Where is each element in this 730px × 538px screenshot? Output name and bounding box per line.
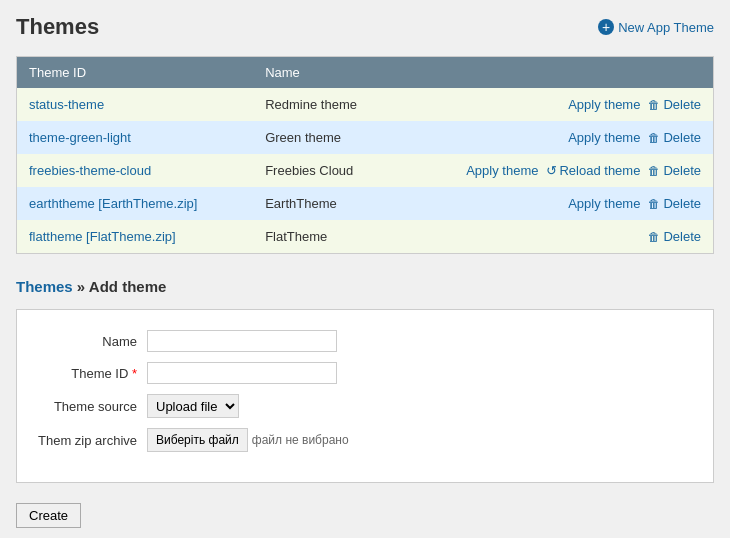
apply-theme-button[interactable]: Apply theme [568,97,640,112]
delete-label: Delete [663,130,701,145]
add-theme-separator: » Add theme [73,278,167,295]
theme-id-link[interactable]: earththeme [EarthTheme.zip] [29,196,197,211]
delete-button[interactable]: 🗑 Delete [648,163,701,178]
name-label: Name [37,334,147,349]
cell-actions: 🗑 Delete [395,220,713,254]
file-name-display: файл не вибрано [252,433,349,447]
cell-theme-id: flattheme [FlatTheme.zip] [17,220,254,254]
form-row-theme-id: Theme ID * [37,362,693,384]
new-app-theme-button[interactable]: + New App Theme [598,19,714,35]
page-title: Themes [16,14,99,40]
action-cell: Apply theme 🗑 Delete [407,130,701,145]
col-actions [395,57,713,89]
table-row: theme-green-light Green theme Apply them… [17,121,714,154]
table-body: status-theme Redmine theme Apply theme 🗑… [17,88,714,254]
theme-source-select[interactable]: Upload file [147,394,239,418]
reload-theme-button[interactable]: ↻ Reload theme [546,163,640,178]
theme-id-input[interactable] [147,362,337,384]
new-app-theme-label: New App Theme [618,20,714,35]
trash-icon: 🗑 [648,197,660,211]
add-theme-form: Name Theme ID * Theme source Upload file… [16,309,714,483]
apply-theme-button[interactable]: Apply theme [568,196,640,211]
action-cell: Apply theme ↻ Reload theme 🗑 Delete [407,163,701,178]
theme-id-link[interactable]: flattheme [FlatTheme.zip] [29,229,176,244]
cell-theme-id: status-theme [17,88,254,121]
apply-theme-button[interactable]: Apply theme [466,163,538,178]
action-cell: Apply theme 🗑 Delete [407,196,701,211]
cell-actions: Apply theme 🗑 Delete [395,121,713,154]
form-row-theme-source: Theme source Upload file [37,394,693,418]
action-cell: 🗑 Delete [407,229,701,244]
create-button[interactable]: Create [16,503,81,528]
action-cell: Apply theme 🗑 Delete [407,97,701,112]
cell-name: Green theme [253,121,395,154]
delete-button[interactable]: 🗑 Delete [648,97,701,112]
delete-label: Delete [663,196,701,211]
trash-icon: 🗑 [648,164,660,178]
table-row: status-theme Redmine theme Apply theme 🗑… [17,88,714,121]
form-row-zip-archive: Them zip archive Виберіть файл файл не в… [37,428,693,452]
theme-id-link[interactable]: theme-green-light [29,130,131,145]
table-row: freebies-theme-cloud Freebies Cloud Appl… [17,154,714,187]
form-row-name: Name [37,330,693,352]
apply-theme-button[interactable]: Apply theme [568,130,640,145]
add-theme-section: Themes » Add theme Name Theme ID * Theme… [16,278,714,528]
cell-name: FlatTheme [253,220,395,254]
delete-button[interactable]: 🗑 Delete [648,130,701,145]
name-input[interactable] [147,330,337,352]
col-name: Name [253,57,395,89]
col-theme-id: Theme ID [17,57,254,89]
add-theme-heading: Themes » Add theme [16,278,714,295]
cell-theme-id: theme-green-light [17,121,254,154]
trash-icon: 🗑 [648,98,660,112]
cell-name: EarthTheme [253,187,395,220]
choose-file-button[interactable]: Виберіть файл [147,428,248,452]
theme-id-label: Theme ID * [37,366,147,381]
table-row: flattheme [FlatTheme.zip] FlatTheme 🗑 De… [17,220,714,254]
delete-label: Delete [663,163,701,178]
cell-theme-id: freebies-theme-cloud [17,154,254,187]
plus-icon: + [598,19,614,35]
cell-actions: Apply theme 🗑 Delete [395,187,713,220]
cell-actions: Apply theme ↻ Reload theme 🗑 Delete [395,154,713,187]
trash-icon: 🗑 [648,131,660,145]
theme-source-label: Theme source [37,399,147,414]
zip-archive-label: Them zip archive [37,433,147,448]
cell-actions: Apply theme 🗑 Delete [395,88,713,121]
table-header: Theme ID Name [17,57,714,89]
table-header-row: Theme ID Name [17,57,714,89]
themes-table: Theme ID Name status-theme Redmine theme… [16,56,714,254]
delete-label: Delete [663,229,701,244]
theme-id-link[interactable]: freebies-theme-cloud [29,163,151,178]
trash-icon: 🗑 [648,230,660,244]
page-header: Themes + New App Theme [16,14,714,40]
delete-button[interactable]: 🗑 Delete [648,229,701,244]
reload-label: Reload theme [559,163,640,178]
cell-name: Redmine theme [253,88,395,121]
themes-breadcrumb-link[interactable]: Themes [16,278,73,295]
cell-name: Freebies Cloud [253,154,395,187]
theme-id-link[interactable]: status-theme [29,97,104,112]
reload-icon: ↻ [546,163,557,178]
cell-theme-id: earththeme [EarthTheme.zip] [17,187,254,220]
table-row: earththeme [EarthTheme.zip] EarthTheme A… [17,187,714,220]
delete-button[interactable]: 🗑 Delete [648,196,701,211]
page-wrapper: Themes + New App Theme Theme ID Name sta… [0,0,730,538]
delete-label: Delete [663,97,701,112]
